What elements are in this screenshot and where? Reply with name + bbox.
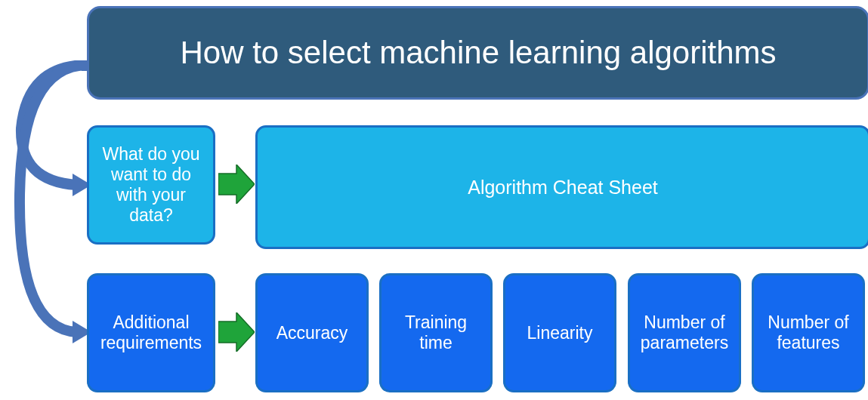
additional-req-box: Additional requirements [87, 273, 215, 392]
svg-marker-3 [218, 165, 255, 204]
criteria-text: Training time [386, 312, 486, 353]
svg-marker-4 [218, 312, 255, 352]
criteria-text: Number of parameters [635, 312, 734, 353]
curve-arrow-2 [5, 60, 95, 347]
criteria-training-time: Training time [379, 273, 493, 392]
criteria-text: Linearity [527, 323, 593, 343]
cheat-sheet-box: Algorithm Cheat Sheet [255, 125, 868, 249]
criteria-accuracy: Accuracy [255, 273, 369, 392]
criteria-text: Number of features [758, 312, 858, 353]
criteria-parameters: Number of parameters [628, 273, 741, 392]
criteria-linearity: Linearity [503, 273, 616, 392]
green-arrow-2 [218, 312, 255, 352]
title-box: How to select machine learning algorithm… [87, 6, 868, 100]
criteria-features: Number of features [752, 273, 865, 392]
cheat-sheet-text: Algorithm Cheat Sheet [468, 177, 658, 198]
criteria-text: Accuracy [276, 323, 348, 343]
title-text: How to select machine learning algorithm… [180, 35, 776, 71]
question-text: What do you want to do with your data? [95, 144, 207, 226]
question-box: What do you want to do with your data? [87, 125, 215, 245]
green-arrow-1 [218, 165, 255, 204]
additional-req-text: Additional requirements [95, 312, 207, 353]
